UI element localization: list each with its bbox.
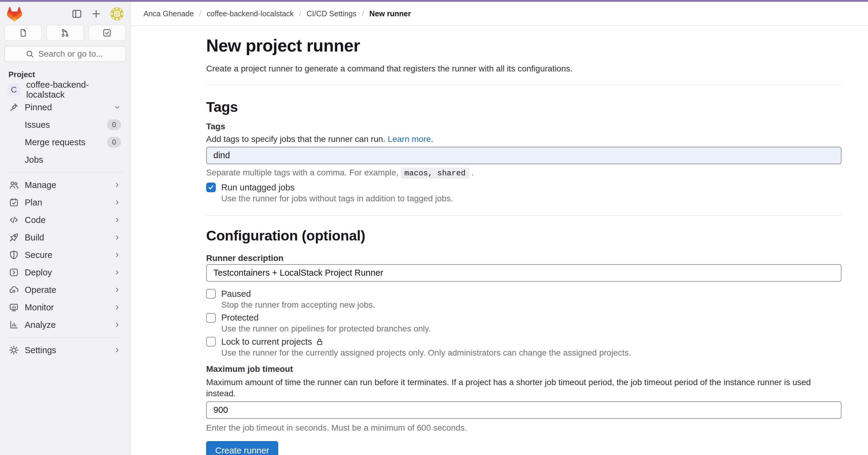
breadcrumb-user[interactable]: Anca Ghenade — [144, 9, 194, 18]
chevron-right-icon — [113, 268, 121, 276]
configuration-section-heading: Configuration (optional) — [206, 227, 841, 244]
page-content: New project runner Create a project runn… — [131, 26, 868, 455]
lock-to-projects-checkbox[interactable] — [206, 337, 216, 347]
run-untagged-jobs-checkbox[interactable] — [206, 183, 216, 192]
chevron-right-icon — [113, 181, 121, 189]
tags-field-label: Tags — [206, 122, 841, 131]
lock-to-projects-help: Use the runner for the currently assigne… — [221, 348, 841, 358]
sidebar-item-deploy[interactable]: Deploy — [4, 264, 126, 281]
code-icon — [9, 215, 19, 225]
run-untagged-jobs-row: Run untagged jobs — [206, 183, 841, 193]
paused-label[interactable]: Paused — [221, 289, 251, 299]
sidebar: Project C coffee-backend-localstack Pinn… — [0, 2, 131, 455]
protected-row: Protected — [206, 313, 841, 323]
run-untagged-jobs-label[interactable]: Run untagged jobs — [221, 183, 294, 193]
sidebar-item-code[interactable]: Code — [4, 211, 126, 229]
chevron-right-icon — [113, 233, 121, 241]
sidebar-item-monitor[interactable]: Monitor — [4, 299, 126, 316]
paused-help: Stop the runner from accepting new jobs. — [221, 299, 841, 311]
todo-check-square-icon — [102, 28, 112, 37]
max-timeout-label: Maximum job timeout — [206, 364, 841, 374]
merge-request-icon — [61, 28, 70, 37]
sidebar-nav: C coffee-backend-localstack Pinned Issue… — [0, 79, 130, 359]
breadcrumb-cicd-settings[interactable]: CI/CD Settings — [307, 9, 356, 18]
calendar-check-icon — [9, 198, 19, 207]
shortcut-issues-button[interactable] — [4, 25, 42, 41]
paused-row: Paused — [206, 289, 841, 299]
sidebar-item-merge-requests[interactable]: Merge requests 0 — [4, 133, 126, 151]
tags-example-code: macos, shared — [401, 168, 469, 179]
tags-help-text: Add tags to specify jobs that the runner… — [206, 134, 841, 144]
create-new-plus-icon[interactable] — [91, 9, 101, 19]
chevron-right-icon — [113, 199, 121, 206]
chevron-right-icon — [113, 303, 121, 311]
sidebar-item-secure[interactable]: Secure — [4, 246, 126, 264]
tags-input[interactable] — [206, 147, 841, 164]
issues-count-badge: 0 — [107, 119, 121, 130]
gitlab-logo[interactable] — [7, 7, 22, 21]
sidebar-item-issues[interactable]: Issues 0 — [4, 116, 126, 133]
section-divider — [206, 85, 841, 85]
project-avatar: C — [7, 84, 20, 96]
search-box[interactable] — [4, 46, 126, 62]
chevron-right-icon — [113, 216, 121, 224]
shield-icon — [9, 250, 19, 260]
breadcrumb: Anca Ghenade / coffee-backend-localstack… — [131, 2, 868, 26]
deploy-icon — [9, 267, 19, 277]
pin-icon — [9, 102, 19, 112]
max-timeout-hint: Enter the job timeout in seconds. Must b… — [206, 423, 841, 433]
create-runner-button[interactable]: Create runner — [206, 441, 278, 455]
tags-section-heading: Tags — [206, 99, 841, 115]
sidebar-item-manage[interactable]: Manage — [4, 176, 126, 194]
search-icon — [26, 50, 34, 58]
sidebar-header — [0, 2, 130, 23]
sidebar-item-pinned[interactable]: Pinned — [4, 99, 126, 116]
learn-more-link[interactable]: Learn more — [388, 134, 431, 144]
sidebar-item-project[interactable]: C coffee-backend-localstack — [4, 81, 126, 99]
project-name: coffee-backend-localstack — [26, 80, 121, 100]
lock-icon — [315, 338, 324, 346]
lock-to-projects-label[interactable]: Lock to current projects — [221, 337, 324, 347]
page-title: New project runner — [206, 36, 841, 56]
sidebar-header-actions — [72, 7, 124, 21]
shortcut-todos-button[interactable] — [88, 25, 126, 41]
protected-label[interactable]: Protected — [221, 313, 258, 323]
sidebar-divider — [7, 172, 124, 173]
collapse-sidebar-icon[interactable] — [72, 9, 82, 19]
page-subtitle: Create a project runner to generate a co… — [206, 63, 841, 74]
chevron-right-icon — [113, 346, 121, 354]
app-shell: Project C coffee-backend-localstack Pinn… — [0, 2, 868, 455]
breadcrumb-separator: / — [362, 9, 364, 18]
protected-help: Use the runner on pipelines for protecte… — [221, 323, 841, 334]
max-timeout-input[interactable] — [206, 401, 841, 419]
merge-requests-count-badge: 0 — [107, 137, 121, 148]
runner-description-label: Runner description — [206, 253, 841, 263]
sidebar-item-operate[interactable]: Operate — [4, 281, 126, 299]
search-input[interactable] — [38, 49, 104, 59]
sidebar-shortcuts — [0, 23, 130, 41]
main-column: Anca Ghenade / coffee-backend-localstack… — [131, 2, 868, 455]
sidebar-section-label: Project — [8, 70, 130, 79]
run-untagged-jobs-help: Use the runner for jobs without tags in … — [221, 193, 841, 204]
shortcut-merge-requests-button[interactable] — [46, 25, 84, 41]
tags-hint: Separate multiple tags with a comma. For… — [206, 168, 841, 178]
runner-description-input[interactable] — [206, 264, 841, 282]
sidebar-item-analyze[interactable]: Analyze — [4, 316, 126, 333]
issues-document-icon — [19, 28, 28, 37]
chevron-right-icon — [113, 321, 121, 329]
sidebar-item-plan[interactable]: Plan — [4, 194, 126, 211]
users-icon — [9, 180, 19, 190]
breadcrumb-separator: / — [299, 9, 301, 18]
cloud-gear-icon — [9, 285, 19, 295]
user-avatar[interactable] — [110, 7, 124, 21]
gear-icon — [9, 345, 19, 355]
sidebar-item-settings[interactable]: Settings — [4, 342, 126, 359]
sidebar-item-jobs[interactable]: Jobs — [4, 151, 126, 168]
protected-checkbox[interactable] — [206, 313, 216, 323]
chevron-right-icon — [113, 286, 121, 294]
chevron-right-icon — [113, 251, 121, 259]
breadcrumb-project[interactable]: coffee-backend-localstack — [207, 9, 294, 18]
paused-checkbox[interactable] — [206, 289, 216, 299]
checkmark-icon — [207, 184, 215, 191]
sidebar-item-build[interactable]: Build — [4, 229, 126, 246]
